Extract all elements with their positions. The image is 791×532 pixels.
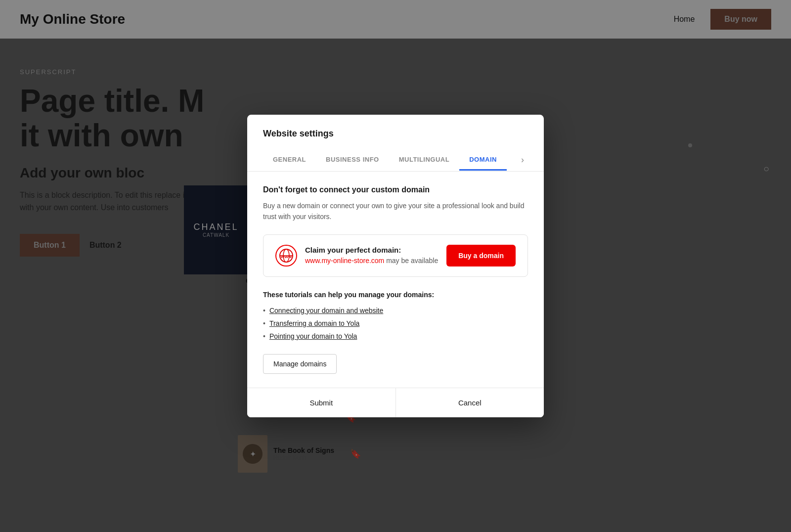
domain-url: www.my-online-store.com	[305, 257, 384, 265]
tutorial-item-3: Pointing your domain to Yola	[263, 332, 528, 340]
tab-business-info[interactable]: BUSINESS INFO	[316, 150, 389, 171]
submit-button[interactable]: Submit	[247, 388, 396, 417]
tutorial-link-2[interactable]: Transferring a domain to Yola	[269, 319, 359, 327]
tutorial-list: Connecting your domain and website Trans…	[263, 307, 528, 340]
modal-tabs: GENERAL BUSINESS INFO MULTILINGUAL DOMAI…	[263, 149, 528, 171]
modal-title: Website settings	[263, 129, 528, 139]
domain-description: Buy a new domain or connect your own to …	[263, 200, 528, 222]
modal-header: Website settings GENERAL BUSINESS INFO M…	[247, 115, 544, 172]
domain-url-line: www.my-online-store.com may be available	[305, 256, 438, 265]
website-settings-modal: Website settings GENERAL BUSINESS INFO M…	[247, 115, 544, 417]
buy-domain-button[interactable]: Buy a domain	[446, 245, 516, 266]
domain-url-suffix: may be available	[384, 257, 438, 265]
modal-body: Don't forget to connect your custom doma…	[247, 172, 544, 388]
tab-domain[interactable]: DOMAIN	[459, 150, 507, 171]
manage-domains-button[interactable]: Manage domains	[263, 354, 337, 374]
tutorial-item-1: Connecting your domain and website	[263, 307, 528, 314]
domain-heading: Don't forget to connect your custom doma…	[263, 185, 528, 194]
cancel-button[interactable]: Cancel	[396, 388, 544, 417]
tutorials-heading: These tutorials can help you manage your…	[263, 291, 528, 299]
www-icon: WWW	[275, 245, 297, 266]
domain-card: WWW Claim your perfect domain: www.my-on…	[263, 234, 528, 277]
tab-multilingual[interactable]: MULTILINGUAL	[389, 150, 460, 171]
tab-general[interactable]: GENERAL	[263, 150, 316, 171]
svg-text:WWW: WWW	[281, 255, 292, 259]
domain-card-text: Claim your perfect domain: www.my-online…	[305, 246, 438, 265]
tutorial-item-2: Transferring a domain to Yola	[263, 319, 528, 327]
domain-claim-text: Claim your perfect domain:	[305, 246, 438, 254]
www-globe-icon: WWW	[278, 248, 294, 264]
modal-footer: Submit Cancel	[247, 388, 544, 417]
tab-more-chevron[interactable]: ›	[517, 149, 528, 171]
tutorial-link-3[interactable]: Pointing your domain to Yola	[269, 332, 357, 340]
domain-card-left: WWW Claim your perfect domain: www.my-on…	[275, 245, 438, 266]
tutorial-link-1[interactable]: Connecting your domain and website	[269, 307, 383, 314]
